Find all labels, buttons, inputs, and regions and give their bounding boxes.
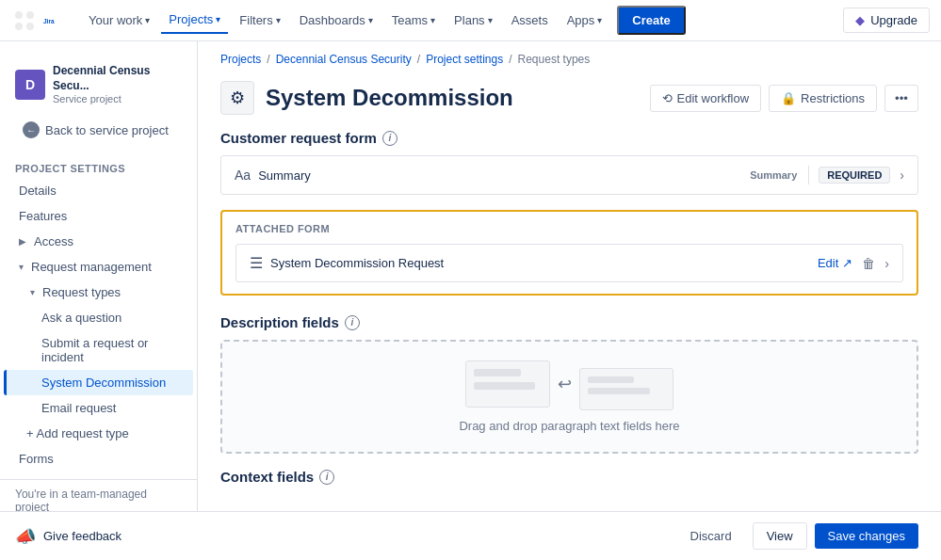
nav-your-work[interactable]: Your work ▾: [81, 8, 157, 33]
nav-apps[interactable]: Apps ▾: [560, 8, 610, 33]
context-fields-header: Context fields i: [220, 469, 918, 485]
restrictions-button[interactable]: 🔒 Restrictions: [769, 85, 877, 112]
chevron-down-icon: ▾: [488, 15, 493, 25]
avatar: D: [15, 70, 45, 100]
sidebar-item-details[interactable]: Details: [4, 178, 193, 203]
sidebar-item-access[interactable]: ▶ Access: [4, 229, 193, 254]
sidebar-item-email-request[interactable]: Email request: [4, 395, 193, 421]
page-icon: ⚙: [220, 81, 254, 115]
sidebar-item-ask-a-question[interactable]: Ask a question: [4, 305, 193, 330]
edit-workflow-button[interactable]: ⟲ Edit workflow: [650, 85, 762, 112]
sidebar-item-features[interactable]: Features: [4, 203, 193, 229]
drag-card-1: [465, 360, 550, 408]
create-button[interactable]: Create: [617, 6, 685, 35]
add-request-type-button[interactable]: + Add request type: [0, 421, 197, 446]
customer-request-form-header: Customer request form i: [220, 130, 918, 146]
arrow-icon: ↩: [558, 360, 572, 408]
nav-dashboards[interactable]: Dashboards ▾: [292, 8, 381, 33]
breadcrumb-projects[interactable]: Projects: [220, 53, 261, 66]
svg-point-4: [26, 23, 34, 30]
chevron-right-icon: ›: [900, 168, 904, 183]
diamond-icon: ◆: [855, 13, 865, 27]
context-fields-section: Context fields i: [220, 469, 918, 485]
bottom-actions: Discard View Save changes: [677, 522, 918, 550]
sidebar-item-submit-request[interactable]: Submit a request or incident: [4, 330, 193, 370]
svg-point-3: [15, 23, 23, 30]
view-button[interactable]: View: [753, 522, 807, 550]
workflow-icon: ⟲: [662, 91, 673, 105]
form-name: System Decommission Request: [270, 256, 818, 270]
feedback-area: 📣 Give feedback: [15, 526, 122, 547]
breadcrumb: Projects / Decennial Census Security / P…: [198, 41, 941, 73]
svg-rect-0: [11, 8, 38, 34]
form-icon: ☰: [250, 254, 263, 272]
drag-drop-label: Drag and drop paragraph text fields here: [459, 419, 679, 433]
chevron-down-icon: ▾: [19, 262, 24, 272]
chevron-right-icon: ▶: [19, 236, 26, 247]
info-icon[interactable]: i: [319, 470, 334, 485]
page-header: ⚙ System Decommission ⟲ Edit workflow 🔒 …: [198, 73, 941, 130]
breadcrumb-project-settings[interactable]: Project settings: [426, 53, 503, 66]
more-icon: •••: [895, 91, 908, 105]
nav-plans[interactable]: Plans ▾: [446, 8, 500, 33]
feedback-icon: 📣: [15, 526, 36, 547]
back-to-service-button[interactable]: ← Back to service project: [8, 116, 189, 144]
nav-projects[interactable]: Projects ▾: [161, 7, 228, 34]
back-icon: ←: [23, 121, 40, 138]
attached-form-container: Attached form ☰ System Decommission Requ…: [220, 210, 918, 296]
sidebar: D Decennial Census Secu... Service proje…: [0, 41, 198, 560]
summary-field-row[interactable]: Aa Summary Summary REQUIRED ›: [220, 155, 918, 195]
drag-card-2: [579, 368, 673, 410]
chevron-down-icon: ▾: [597, 15, 602, 25]
project-type: Service project: [53, 93, 182, 104]
edit-form-link[interactable]: Edit ↗: [818, 256, 852, 270]
save-changes-button[interactable]: Save changes: [815, 523, 918, 549]
lock-icon: 🔒: [781, 91, 796, 105]
svg-point-1: [15, 11, 23, 19]
top-nav: Jira Your work ▾ Projects ▾ Filters ▾ Da…: [0, 0, 941, 41]
description-fields-drop-zone: ↩ Drag and drop paragraph text fields he…: [220, 340, 918, 454]
bottom-bar: 📣 Give feedback Discard View Save change…: [0, 511, 941, 560]
chevron-down-icon: ▾: [276, 15, 281, 25]
description-fields-header: Description fields i: [220, 314, 918, 330]
page-title: System Decommission: [266, 85, 639, 111]
nav-assets[interactable]: Assets: [504, 8, 556, 33]
page-actions: ⟲ Edit workflow 🔒 Restrictions •••: [650, 85, 919, 112]
attached-form-header: Attached form: [235, 223, 903, 234]
sidebar-item-system-decommission[interactable]: System Decommission: [4, 370, 193, 395]
drag-illustration: ↩: [465, 360, 673, 408]
text-field-icon: Aa: [235, 168, 251, 183]
external-link-icon: ↗: [842, 256, 852, 270]
project-name: Decennial Census Secu...: [53, 64, 182, 93]
breadcrumb-request-types: Request types: [518, 53, 591, 66]
chevron-right-icon: ›: [884, 256, 889, 271]
chevron-down-icon: ▾: [430, 15, 435, 25]
info-icon[interactable]: i: [345, 315, 360, 330]
main-content: Projects / Decennial Census Security / P…: [198, 41, 941, 560]
project-info: D Decennial Census Secu... Service proje…: [0, 56, 197, 116]
chevron-down-icon: ▾: [368, 15, 373, 25]
app-logo[interactable]: Jira: [11, 8, 70, 34]
breadcrumb-census-security[interactable]: Decennial Census Security: [276, 53, 412, 66]
sidebar-item-request-types[interactable]: ▾ Request types: [4, 280, 193, 305]
chevron-down-icon: ▾: [30, 287, 35, 297]
nav-filters[interactable]: Filters ▾: [232, 8, 287, 33]
nav-teams[interactable]: Teams ▾: [384, 8, 443, 33]
sidebar-item-forms[interactable]: Forms: [4, 446, 193, 472]
discard-button[interactable]: Discard: [677, 523, 745, 549]
more-options-button[interactable]: •••: [884, 85, 918, 112]
chevron-down-icon: ▾: [145, 15, 150, 25]
project-settings-heading: Project settings: [0, 152, 197, 178]
svg-point-2: [26, 11, 34, 19]
svg-text:Jira: Jira: [43, 17, 55, 24]
delete-form-button[interactable]: 🗑: [862, 256, 875, 271]
sidebar-item-request-management[interactable]: ▾ Request management: [4, 254, 193, 280]
divider: [808, 166, 809, 184]
chevron-down-icon: ▾: [216, 14, 220, 24]
info-icon[interactable]: i: [382, 131, 397, 146]
upgrade-button[interactable]: ◆ Upgrade: [843, 8, 930, 33]
content-body: Customer request form i Aa Summary Summa…: [198, 130, 941, 513]
attached-form-row: ☰ System Decommission Request Edit ↗ 🗑 ›: [235, 244, 903, 282]
